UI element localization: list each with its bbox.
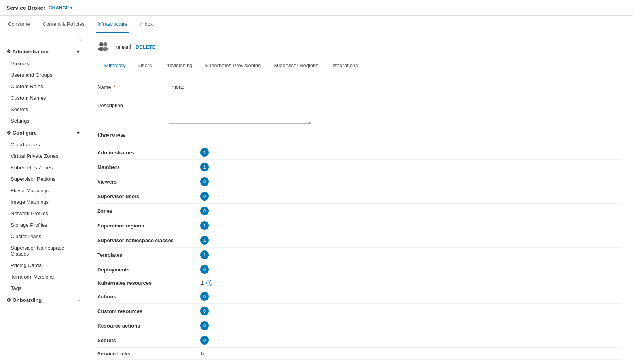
chevron-right-icon: ›: [78, 297, 80, 303]
overview-row-members: Members 1: [97, 160, 622, 174]
deployments-badge: 0: [200, 265, 209, 274]
overview-row-service-locks: Service locks 0: [97, 348, 622, 360]
overview-row-administrators: Administrators 1: [97, 145, 622, 160]
actions-badge: 0: [200, 292, 209, 301]
sidebar-item-terraform-versions[interactable]: Terraform Versions: [0, 271, 86, 282]
svg-point-1: [103, 42, 107, 46]
overview-row-deployments: Deployments 0: [97, 262, 622, 277]
name-label: Name *: [97, 82, 169, 90]
resource-actions-badge: 0: [200, 321, 209, 330]
gear-icon: ⚙: [6, 297, 11, 303]
overview-row-kubernetes-resources: Kubernetes resources 1 i: [97, 277, 622, 289]
sidebar-item-storage-profiles[interactable]: Storage Profiles: [0, 219, 86, 231]
page-header: moad DELETE: [97, 41, 622, 53]
overview-row-custom-resources: Custom resources 0: [97, 304, 622, 318]
tab-consume[interactable]: Consume: [6, 16, 32, 33]
supervisor-namespace-classes-badge: 1: [200, 236, 209, 245]
members-badge: 1: [200, 163, 209, 171]
templates-badge: 1: [200, 250, 209, 259]
sidebar-item-projects[interactable]: Projects: [0, 58, 86, 69]
overview-row-pipelines-resources: Pipelines resources 0: [97, 360, 622, 364]
main-layout: « ⚙ Administration ▾ Projects Users and …: [0, 33, 633, 364]
sidebar-section-onboarding-header[interactable]: ⚙ Onboarding ›: [0, 294, 86, 306]
sidebar-item-virtual-private-zones[interactable]: Virtual Private Zones: [0, 150, 86, 162]
sidebar-item-pricing-cards[interactable]: Pricing Cards: [0, 260, 86, 271]
sidebar-item-kubernetes-zones[interactable]: Kubernetes Zones: [0, 162, 86, 173]
sidebar-item-secrets[interactable]: Secrets: [0, 104, 86, 115]
overview-row-supervisor-namespace-classes: Supervisor namespace classes 1: [97, 233, 622, 248]
description-label: Description: [97, 100, 169, 108]
gear-icon: ⚙: [6, 130, 11, 136]
administrators-badge: 1: [200, 148, 209, 157]
page-title: moad: [113, 43, 131, 51]
project-icon: [97, 41, 108, 53]
sidebar-section-configure-header[interactable]: ⚙ Configure ▾: [0, 127, 86, 139]
top-bar: Service Broker CHANGE ▾: [0, 0, 633, 16]
tab-supervisor-regions[interactable]: Supervisor Regions: [267, 59, 324, 72]
sidebar-section-onboarding: ⚙ Onboarding ›: [0, 294, 86, 306]
chevron-down-icon: ▾: [77, 130, 80, 136]
overview-row-supervisor-users: Supervisor users 0: [97, 189, 622, 204]
sidebar-section-administration-header[interactable]: ⚙ Administration ▾: [0, 46, 86, 58]
brand-name: Service Broker: [6, 5, 45, 11]
tab-users[interactable]: Users: [132, 59, 158, 72]
overview-row-actions: Actions 0: [97, 289, 622, 304]
sidebar-item-supervisor-namespace-classes[interactable]: Supervisor Namespace Classes: [0, 242, 86, 260]
name-field-row: Name *: [97, 82, 622, 92]
sidebar-item-image-mappings[interactable]: Image Mappings: [0, 196, 86, 208]
sidebar-item-custom-names[interactable]: Custom Names: [0, 92, 86, 104]
tab-infrastructure[interactable]: Infrastructure: [96, 16, 129, 33]
sidebar-item-network-profiles[interactable]: Network Profiles: [0, 208, 86, 219]
sidebar-section-configure: ⚙ Configure ▾ Cloud Zones Virtual Privat…: [0, 127, 86, 294]
sidebar-item-tags[interactable]: Tags: [0, 282, 86, 294]
overview-row-viewers: Viewers 0: [97, 174, 622, 189]
sidebar-item-users-groups[interactable]: Users and Groups: [0, 69, 86, 81]
sidebar-item-custom-roles[interactable]: Custom Roles: [0, 81, 86, 92]
chevron-down-icon: ▾: [70, 6, 72, 10]
service-locks-value: 0: [201, 351, 204, 356]
content-area: moad DELETE Summary Users Provisioning K…: [86, 33, 633, 364]
sidebar-item-supervisor-regions[interactable]: Supervisor Regions: [0, 173, 86, 185]
delete-button[interactable]: DELETE: [136, 44, 155, 50]
description-input[interactable]: [169, 100, 311, 124]
sidebar-collapse-button[interactable]: «: [0, 33, 86, 46]
sidebar: « ⚙ Administration ▾ Projects Users and …: [0, 33, 86, 364]
svg-point-0: [99, 42, 103, 46]
change-button[interactable]: CHANGE ▾: [49, 5, 72, 11]
content-tabs: Summary Users Provisioning Kubernetes Pr…: [97, 59, 622, 72]
required-indicator: *: [112, 84, 116, 90]
kubernetes-resources-value: 1: [201, 280, 204, 286]
overview-row-zones: Zones 0: [97, 204, 622, 218]
gear-icon: ⚙: [6, 49, 11, 55]
sidebar-section-administration: ⚙ Administration ▾ Projects Users and Gr…: [0, 46, 86, 127]
tab-kubernetes-provisioning[interactable]: Kubernetes Provisioning: [199, 59, 267, 72]
sidebar-item-cloud-zones[interactable]: Cloud Zones: [0, 139, 86, 150]
sidebar-item-flavor-mappings[interactable]: Flavor Mappings: [0, 185, 86, 196]
tab-content-policies[interactable]: Content & Policies: [41, 16, 86, 33]
overview-row-templates: Templates 1: [97, 248, 622, 262]
supervisor-users-badge: 0: [200, 192, 209, 201]
description-field-row: Description: [97, 100, 622, 124]
name-input[interactable]: [169, 82, 311, 92]
overview-row-resource-actions: Resource actions 0: [97, 318, 622, 333]
overview-title: Overview: [97, 132, 622, 139]
info-icon[interactable]: i: [206, 280, 212, 286]
pipelines-resources-value: 0: [201, 362, 204, 364]
tab-inbox[interactable]: Inbox: [138, 16, 154, 33]
zones-badge: 0: [200, 207, 209, 215]
tab-provisioning[interactable]: Provisioning: [158, 59, 199, 72]
viewers-badge: 0: [200, 177, 209, 186]
sidebar-item-cluster-plans[interactable]: Cluster Plans: [0, 231, 86, 242]
nav-tabs: Consume Content & Policies Infrastructur…: [0, 16, 633, 33]
chevron-down-icon: ▾: [77, 49, 80, 55]
overview-row-supervisor-regions: Supervisor regions 1: [97, 218, 622, 233]
tab-summary[interactable]: Summary: [97, 59, 132, 72]
sidebar-item-settings[interactable]: Settings: [0, 115, 86, 127]
secrets-badge: 0: [200, 336, 209, 345]
supervisor-regions-badge: 1: [200, 221, 209, 230]
custom-resources-badge: 0: [200, 307, 209, 315]
overview-row-secrets: Secrets 0: [97, 333, 622, 348]
tab-integrations[interactable]: Integrations: [325, 59, 364, 72]
overview-section: Overview Administrators 1 Members 1 View…: [97, 132, 622, 364]
